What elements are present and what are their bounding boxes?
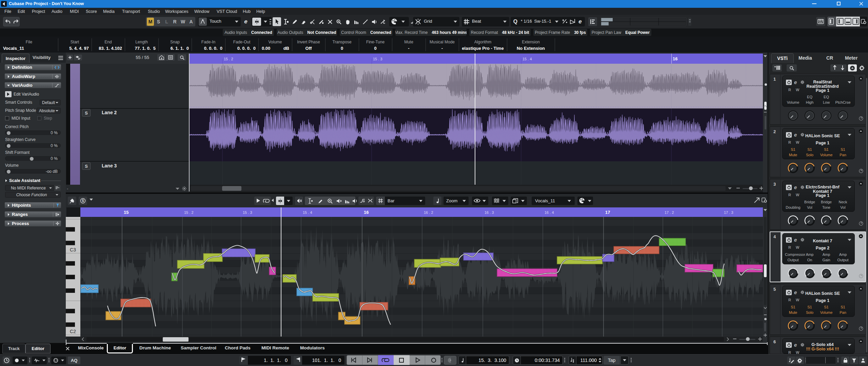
svg-text:S: S xyxy=(82,199,84,203)
svg-text:C3: C3 xyxy=(70,247,76,252)
svg-text:C2: C2 xyxy=(70,329,76,334)
